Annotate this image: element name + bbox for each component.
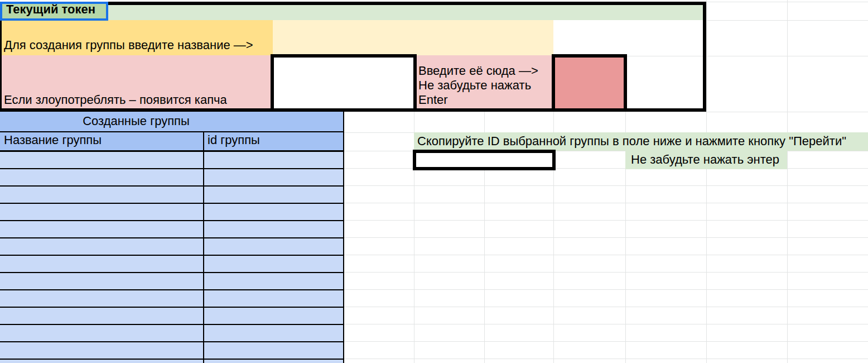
captcha-warning-cell: Если злоупотреблять – появится капча <box>0 55 273 110</box>
create-group-hint-cell: Для создания группы введите название —> <box>0 20 273 55</box>
press-enter-reminder-cell: Не забудьте нажать энтер <box>625 151 787 169</box>
captcha-hint-cell: Введите её сюда —> Не забудьте нажать En… <box>414 55 553 110</box>
table-row <box>0 256 344 273</box>
column-header-group-id-label: id группы <box>208 133 260 147</box>
table-row <box>0 325 344 342</box>
cell-group-name[interactable] <box>0 187 203 204</box>
cell-group-name[interactable] <box>0 221 203 238</box>
cell-group-id[interactable] <box>203 290 344 308</box>
table-row <box>0 221 344 238</box>
cell-group-name[interactable] <box>0 238 203 256</box>
table-row <box>0 169 344 187</box>
column-header-group-name-label: Название группы <box>4 133 102 147</box>
cell-group-name[interactable] <box>0 342 203 360</box>
selected-cell-current-token[interactable]: Текущий токен <box>0 2 108 21</box>
table-row <box>0 342 344 360</box>
captcha-status-cell <box>552 54 627 112</box>
cell-group-id[interactable] <box>203 187 344 204</box>
groups-table-header-row: Название группы id группы <box>0 132 344 152</box>
cell-group-name[interactable] <box>0 169 203 187</box>
groups-table-title: Созданные группы <box>83 114 190 128</box>
spreadsheet-canvas: Для создания группы введите название —> … <box>0 0 868 363</box>
table-row <box>0 273 344 290</box>
cell-group-id[interactable] <box>203 325 344 342</box>
cell-group-id[interactable] <box>203 273 344 290</box>
table-row <box>0 290 344 308</box>
cell-group-name[interactable] <box>0 290 203 308</box>
captcha-warning-label: Если злоупотреблять – появится капча <box>4 93 227 107</box>
cell-group-name[interactable] <box>0 256 203 273</box>
group-id-input-box[interactable] <box>413 150 556 170</box>
cell-group-name[interactable] <box>0 325 203 342</box>
cell-group-id[interactable] <box>203 221 344 238</box>
press-enter-reminder-label: Не забудьте нажать энтер <box>631 152 779 167</box>
cell-group-name[interactable] <box>0 308 203 325</box>
gridlines-rows <box>344 151 868 363</box>
table-row <box>0 308 344 325</box>
table-row <box>0 187 344 204</box>
cell-group-id[interactable] <box>203 169 344 187</box>
cell-group-id[interactable] <box>203 204 344 221</box>
group-name-input-cell[interactable] <box>273 20 553 55</box>
cell-group-id[interactable] <box>203 152 344 169</box>
table-row <box>0 238 344 256</box>
cell-group-name[interactable] <box>0 273 203 290</box>
cell-group-id[interactable] <box>203 342 344 360</box>
table-row <box>0 152 344 169</box>
column-header-group-id: id группы <box>203 132 344 150</box>
captcha-input-box[interactable] <box>271 54 417 112</box>
groups-table-rows <box>0 152 344 363</box>
cell-group-id[interactable] <box>203 256 344 273</box>
create-group-hint-label: Для создания группы введите название —> <box>4 38 253 52</box>
column-header-group-name: Название группы <box>0 132 203 150</box>
captcha-hint-line3: Enter <box>418 93 448 107</box>
copy-id-instruction-cell: Скопируйте ID выбранной группы в поле ни… <box>414 132 868 151</box>
copy-id-instruction-label: Скопируйте ID выбранной группы в поле ни… <box>417 134 846 149</box>
captcha-hint-line2: Не забудьте нажать <box>418 78 531 93</box>
cell-group-name[interactable] <box>0 152 203 169</box>
cell-group-id[interactable] <box>203 238 344 256</box>
cell-group-name[interactable] <box>0 204 203 221</box>
captcha-hint-line1: Введите её сюда —> <box>418 64 538 78</box>
table-row <box>0 204 344 221</box>
cell-group-id[interactable] <box>203 308 344 325</box>
current-token-label: Текущий токен <box>6 2 95 17</box>
groups-table-title-row: Созданные группы <box>0 112 344 132</box>
